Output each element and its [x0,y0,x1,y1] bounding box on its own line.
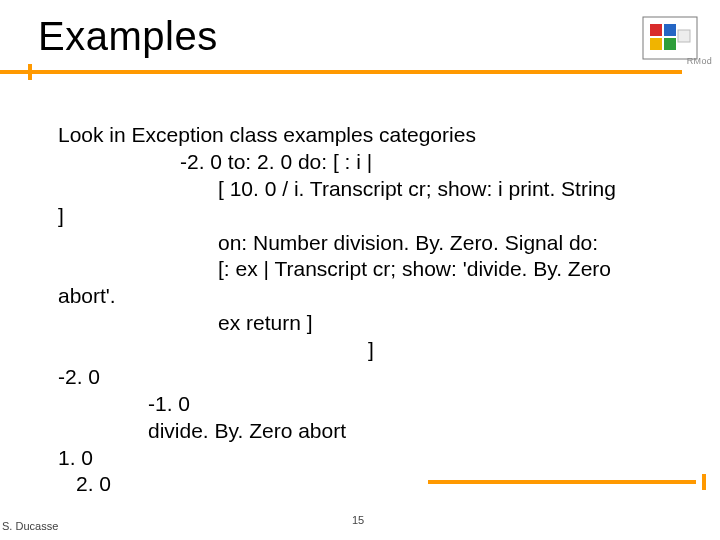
body-line: [: ex | Transcript cr; show: 'divide. By… [58,256,690,283]
footer-page-number: 15 [352,514,364,526]
body-line: on: Number division. By. Zero. Signal do… [58,230,690,257]
rmod-logo-label: RMod [687,56,712,66]
slide-title: Examples [38,14,218,59]
title-tick [28,64,32,80]
svg-rect-3 [650,38,662,50]
body-line: Look in Exception class examples categor… [58,122,690,149]
body-line: ] [58,203,690,230]
title-underline [0,70,682,74]
footer-rule [428,480,696,484]
svg-rect-4 [664,38,676,50]
body-line: -1. 0 [58,391,690,418]
slide-title-block: Examples [38,14,218,59]
body-line: ] [58,337,690,364]
body-line: abort'. [58,283,690,310]
body-line: -2. 0 [58,364,690,391]
body-line: -2. 0 to: 2. 0 do: [ : i | [58,149,690,176]
slide-body: Look in Exception class examples categor… [58,122,690,498]
body-line: ex return ] [58,310,690,337]
svg-rect-1 [650,24,662,36]
footer-tick [702,474,706,490]
body-line: 2. 0 [58,471,690,498]
body-line: [ 10. 0 / i. Transcript cr; show: i prin… [58,176,690,203]
body-line: divide. By. Zero abort [58,418,690,445]
footer-author: S. Ducasse [2,520,58,532]
svg-rect-5 [678,30,690,42]
body-line: 1. 0 [58,445,690,472]
svg-rect-2 [664,24,676,36]
